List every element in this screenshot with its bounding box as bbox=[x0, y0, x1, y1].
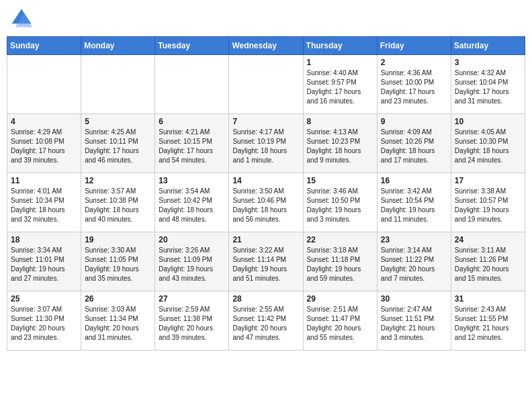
weekday-row: SundayMondayTuesdayWednesdayThursdayFrid… bbox=[7, 37, 525, 55]
day-number: 5 bbox=[85, 117, 151, 126]
weekday-header-saturday: Saturday bbox=[451, 37, 525, 55]
calendar-cell: 18Sunrise: 3:34 AM Sunset: 11:01 PM Dayl… bbox=[7, 232, 81, 291]
day-info: Sunrise: 2:51 AM Sunset: 11:47 PM Daylig… bbox=[307, 305, 373, 342]
day-info: Sunrise: 3:57 AM Sunset: 10:38 PM Daylig… bbox=[85, 187, 151, 224]
day-info: Sunrise: 4:36 AM Sunset: 10:00 PM Daylig… bbox=[381, 68, 447, 106]
calendar-cell: 12Sunrise: 3:57 AM Sunset: 10:38 PM Dayl… bbox=[81, 173, 155, 232]
day-number: 16 bbox=[381, 176, 447, 185]
week-row-5: 25Sunrise: 3:07 AM Sunset: 11:30 PM Dayl… bbox=[7, 291, 525, 351]
calendar-cell: 26Sunrise: 3:03 AM Sunset: 11:34 PM Dayl… bbox=[81, 291, 155, 351]
day-number: 29 bbox=[307, 294, 373, 304]
day-number: 13 bbox=[159, 176, 225, 185]
day-info: Sunrise: 4:01 AM Sunset: 10:34 PM Daylig… bbox=[11, 187, 77, 224]
calendar-cell: 7Sunrise: 4:17 AM Sunset: 10:19 PM Dayli… bbox=[229, 114, 303, 173]
week-row-4: 18Sunrise: 3:34 AM Sunset: 11:01 PM Dayl… bbox=[7, 232, 525, 291]
day-number: 8 bbox=[307, 117, 373, 126]
day-number: 6 bbox=[159, 117, 225, 126]
day-number: 7 bbox=[232, 117, 299, 126]
day-info: Sunrise: 3:11 AM Sunset: 11:26 PM Daylig… bbox=[455, 246, 521, 283]
day-info: Sunrise: 2:43 AM Sunset: 11:55 PM Daylig… bbox=[455, 305, 521, 342]
calendar-cell: 17Sunrise: 3:38 AM Sunset: 10:57 PM Dayl… bbox=[451, 173, 525, 232]
day-number: 30 bbox=[381, 294, 447, 304]
calendar-cell: 4Sunrise: 4:29 AM Sunset: 10:08 PM Dayli… bbox=[7, 114, 81, 173]
day-number: 1 bbox=[307, 58, 373, 67]
day-number: 17 bbox=[455, 176, 521, 185]
day-number: 11 bbox=[11, 176, 77, 185]
calendar-cell: 14Sunrise: 3:50 AM Sunset: 10:46 PM Dayl… bbox=[229, 173, 303, 232]
week-row-3: 11Sunrise: 4:01 AM Sunset: 10:34 PM Dayl… bbox=[7, 173, 525, 232]
calendar-cell: 21Sunrise: 3:22 AM Sunset: 11:14 PM Dayl… bbox=[229, 232, 303, 291]
day-info: Sunrise: 3:22 AM Sunset: 11:14 PM Daylig… bbox=[232, 246, 299, 283]
day-number: 25 bbox=[11, 294, 77, 304]
day-info: Sunrise: 3:54 AM Sunset: 10:42 PM Daylig… bbox=[159, 187, 225, 224]
day-info: Sunrise: 4:13 AM Sunset: 10:23 PM Daylig… bbox=[307, 128, 373, 165]
day-info: Sunrise: 3:38 AM Sunset: 10:57 PM Daylig… bbox=[455, 187, 521, 224]
weekday-header-wednesday: Wednesday bbox=[229, 37, 303, 55]
page-header bbox=[7, 7, 525, 31]
day-number: 21 bbox=[232, 235, 299, 244]
day-info: Sunrise: 3:34 AM Sunset: 11:01 PM Daylig… bbox=[11, 246, 77, 283]
weekday-header-tuesday: Tuesday bbox=[155, 37, 229, 55]
day-number: 14 bbox=[232, 176, 299, 185]
day-number: 10 bbox=[455, 117, 521, 126]
calendar-cell: 5Sunrise: 4:25 AM Sunset: 10:11 PM Dayli… bbox=[81, 114, 155, 173]
day-number: 4 bbox=[11, 117, 77, 126]
calendar-cell: 23Sunrise: 3:14 AM Sunset: 11:22 PM Dayl… bbox=[377, 232, 451, 291]
calendar-cell bbox=[229, 55, 303, 114]
calendar-table: SundayMondayTuesdayWednesdayThursdayFrid… bbox=[7, 36, 525, 351]
calendar-cell: 19Sunrise: 3:30 AM Sunset: 11:05 PM Dayl… bbox=[81, 232, 155, 291]
day-number: 27 bbox=[159, 294, 225, 304]
day-info: Sunrise: 3:46 AM Sunset: 10:50 PM Daylig… bbox=[307, 187, 373, 224]
day-number: 28 bbox=[232, 294, 299, 304]
calendar-cell: 15Sunrise: 3:46 AM Sunset: 10:50 PM Dayl… bbox=[303, 173, 377, 232]
calendar-cell: 3Sunrise: 4:32 AM Sunset: 10:04 PM Dayli… bbox=[451, 55, 525, 114]
calendar-cell: 28Sunrise: 2:55 AM Sunset: 11:42 PM Dayl… bbox=[229, 291, 303, 351]
day-number: 31 bbox=[455, 294, 521, 304]
calendar-cell: 31Sunrise: 2:43 AM Sunset: 11:55 PM Dayl… bbox=[451, 291, 525, 351]
day-number: 3 bbox=[455, 58, 521, 67]
weekday-header-thursday: Thursday bbox=[303, 37, 377, 55]
calendar-cell bbox=[7, 55, 81, 114]
calendar-cell: 9Sunrise: 4:09 AM Sunset: 10:26 PM Dayli… bbox=[377, 114, 451, 173]
calendar-cell: 29Sunrise: 2:51 AM Sunset: 11:47 PM Dayl… bbox=[303, 291, 377, 351]
calendar-cell: 10Sunrise: 4:05 AM Sunset: 10:30 PM Dayl… bbox=[451, 114, 525, 173]
calendar-cell bbox=[155, 55, 229, 114]
calendar-cell: 16Sunrise: 3:42 AM Sunset: 10:54 PM Dayl… bbox=[377, 173, 451, 232]
day-number: 26 bbox=[85, 294, 151, 304]
day-info: Sunrise: 4:25 AM Sunset: 10:11 PM Daylig… bbox=[85, 128, 151, 165]
calendar-cell bbox=[81, 55, 155, 114]
weekday-header-monday: Monday bbox=[81, 37, 155, 55]
day-info: Sunrise: 4:05 AM Sunset: 10:30 PM Daylig… bbox=[455, 128, 521, 165]
calendar-cell: 8Sunrise: 4:13 AM Sunset: 10:23 PM Dayli… bbox=[303, 114, 377, 173]
day-info: Sunrise: 3:26 AM Sunset: 11:09 PM Daylig… bbox=[159, 246, 225, 283]
day-info: Sunrise: 3:42 AM Sunset: 10:54 PM Daylig… bbox=[381, 187, 447, 224]
logo bbox=[9, 7, 36, 31]
day-info: Sunrise: 3:14 AM Sunset: 11:22 PM Daylig… bbox=[381, 246, 447, 283]
calendar-cell: 22Sunrise: 3:18 AM Sunset: 11:18 PM Dayl… bbox=[303, 232, 377, 291]
day-number: 9 bbox=[381, 117, 447, 126]
day-info: Sunrise: 4:32 AM Sunset: 10:04 PM Daylig… bbox=[455, 68, 521, 106]
day-info: Sunrise: 3:50 AM Sunset: 10:46 PM Daylig… bbox=[232, 187, 299, 224]
calendar-body: 1Sunrise: 4:40 AM Sunset: 9:57 PM Daylig… bbox=[7, 55, 525, 351]
day-info: Sunrise: 3:18 AM Sunset: 11:18 PM Daylig… bbox=[307, 246, 373, 283]
weekday-header-friday: Friday bbox=[377, 37, 451, 55]
day-info: Sunrise: 4:29 AM Sunset: 10:08 PM Daylig… bbox=[11, 128, 77, 165]
day-number: 20 bbox=[159, 235, 225, 244]
day-number: 2 bbox=[381, 58, 447, 67]
day-info: Sunrise: 4:40 AM Sunset: 9:57 PM Dayligh… bbox=[307, 68, 373, 106]
day-number: 12 bbox=[85, 176, 151, 185]
day-number: 19 bbox=[85, 235, 151, 244]
day-info: Sunrise: 3:30 AM Sunset: 11:05 PM Daylig… bbox=[85, 246, 151, 283]
calendar-cell: 24Sunrise: 3:11 AM Sunset: 11:26 PM Dayl… bbox=[451, 232, 525, 291]
day-info: Sunrise: 3:07 AM Sunset: 11:30 PM Daylig… bbox=[11, 305, 77, 342]
calendar-cell: 2Sunrise: 4:36 AM Sunset: 10:00 PM Dayli… bbox=[377, 55, 451, 114]
day-info: Sunrise: 4:21 AM Sunset: 10:15 PM Daylig… bbox=[159, 128, 225, 165]
calendar-cell: 1Sunrise: 4:40 AM Sunset: 9:57 PM Daylig… bbox=[303, 55, 377, 114]
day-info: Sunrise: 4:17 AM Sunset: 10:19 PM Daylig… bbox=[232, 128, 299, 165]
week-row-1: 1Sunrise: 4:40 AM Sunset: 9:57 PM Daylig… bbox=[7, 55, 525, 114]
day-info: Sunrise: 4:09 AM Sunset: 10:26 PM Daylig… bbox=[381, 128, 447, 165]
week-row-2: 4Sunrise: 4:29 AM Sunset: 10:08 PM Dayli… bbox=[7, 114, 525, 173]
day-info: Sunrise: 3:03 AM Sunset: 11:34 PM Daylig… bbox=[85, 305, 151, 342]
calendar-cell: 13Sunrise: 3:54 AM Sunset: 10:42 PM Dayl… bbox=[155, 173, 229, 232]
day-info: Sunrise: 2:55 AM Sunset: 11:42 PM Daylig… bbox=[232, 305, 299, 342]
